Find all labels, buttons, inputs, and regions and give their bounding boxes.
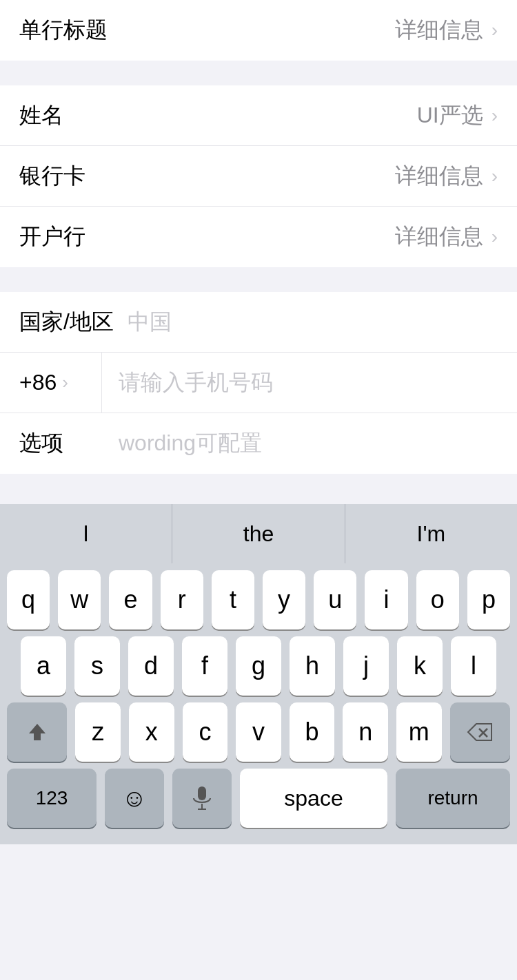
chevron-name: › [491,105,498,127]
value-country: 中国 [128,307,172,337]
key-row-al: a s d f g h j k l [0,629,517,696]
key-k[interactable]: k [397,636,443,696]
key-i[interactable]: i [365,570,407,629]
key-y[interactable]: y [263,570,305,629]
suggestion-l[interactable]: l [0,504,172,563]
row-name[interactable]: 姓名 UI严选 › [0,85,517,146]
key-row-zm: z x c v b n m [0,696,517,762]
divider-2 [0,267,517,292]
row-options[interactable]: 选项 wording可配置 [0,413,517,474]
keyboard: l the I'm q w e r t y u i o p a s d f g … [0,504,517,844]
key-c[interactable]: c [183,702,228,762]
key-g[interactable]: g [236,636,281,696]
chevron-bank-card: › [491,165,498,187]
label-name: 姓名 [19,101,63,131]
label-country: 国家/地区 [19,307,114,337]
row-bank[interactable]: 开户行 详细信息 › [0,207,517,267]
key-z[interactable]: z [75,702,121,762]
section-1: 单行标题 详细信息 › [0,0,517,61]
key-d[interactable]: d [128,636,174,696]
divider-1 [0,61,517,85]
key-m[interactable]: m [396,702,442,762]
keyboard-bottom-safe [0,828,517,842]
label-options: 选项 [19,428,102,459]
row-bank-card[interactable]: 银行卡 详细信息 › [0,146,517,207]
suggestion-bar: l the I'm [0,504,517,563]
divider-3 [0,474,517,504]
value-bank-card[interactable]: 详细信息 › [395,161,498,191]
key-t[interactable]: t [212,570,254,629]
key-w[interactable]: w [58,570,101,629]
key-x[interactable]: x [129,702,174,762]
emoji-key[interactable]: ☺ [105,769,164,828]
backspace-key[interactable] [450,702,510,762]
key-s[interactable]: s [74,636,120,696]
phone-code[interactable]: +86 › [0,353,102,413]
value-single-title[interactable]: 详细信息 › [395,15,498,45]
row-phone[interactable]: +86 › 请输入手机号码 [0,353,517,413]
suggestion-the[interactable]: the [172,504,345,563]
chevron-single-title: › [491,19,498,41]
phone-input-placeholder[interactable]: 请输入手机号码 [102,368,517,398]
key-r[interactable]: r [161,570,203,629]
label-bank: 开户行 [19,222,85,252]
section-3: 国家/地区 中国 +86 › 请输入手机号码 选项 wording可配置 [0,292,517,474]
key-j[interactable]: j [343,636,389,696]
key-h[interactable]: h [290,636,335,696]
key-f[interactable]: f [182,636,227,696]
key-a[interactable]: a [21,636,66,696]
row-single-title[interactable]: 单行标题 详细信息 › [0,0,517,61]
section-2: 姓名 UI严选 › 银行卡 详细信息 › 开户行 详细信息 › [0,85,517,267]
key-row-qp: q w e r t y u i o p [0,563,517,629]
suggestion-im[interactable]: I'm [345,504,517,563]
key-u[interactable]: u [314,570,356,629]
label-single-title: 单行标题 [19,15,108,45]
value-bank[interactable]: 详细信息 › [395,222,498,252]
key-q[interactable]: q [7,570,50,629]
key-row-bottom: 123 ☺ space return [0,762,517,828]
value-name[interactable]: UI严选 › [417,101,498,131]
label-bank-card: 银行卡 [19,161,85,191]
key-o[interactable]: o [416,570,459,629]
key-b[interactable]: b [290,702,335,762]
row-country[interactable]: 国家/地区 中国 [0,292,517,353]
return-key[interactable]: return [396,769,510,828]
phone-code-chevron: › [62,372,68,393]
num-key[interactable]: 123 [7,769,97,828]
key-l[interactable]: l [451,636,496,696]
key-v[interactable]: v [236,702,281,762]
key-p[interactable]: p [467,570,510,629]
shift-key[interactable] [7,702,67,762]
mic-key[interactable] [172,769,232,828]
key-e[interactable]: e [109,570,152,629]
chevron-bank: › [491,226,498,248]
svg-rect-2 [198,786,206,800]
key-n[interactable]: n [343,702,388,762]
space-key[interactable]: space [240,769,387,828]
value-options: wording可配置 [119,428,262,459]
